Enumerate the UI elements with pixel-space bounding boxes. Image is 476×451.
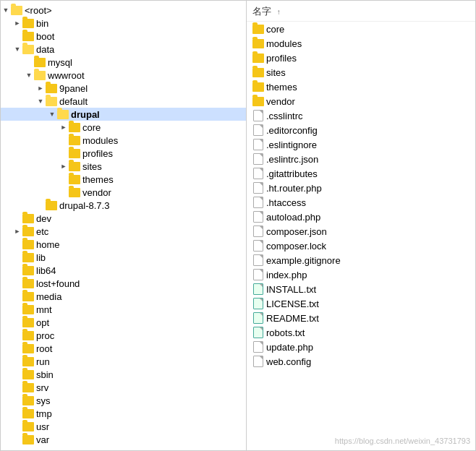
tree-toggle[interactable] bbox=[12, 369, 22, 379]
tree-item-core[interactable]: ►core bbox=[1, 121, 246, 134]
right-list-item[interactable]: sites bbox=[247, 65, 475, 80]
tree-item-data[interactable]: ▼data bbox=[1, 43, 246, 56]
folder-icon bbox=[69, 160, 80, 172]
right-list-item[interactable]: .editorconfig bbox=[247, 123, 475, 137]
tree-item-sys[interactable]: sys bbox=[1, 394, 246, 407]
tree-toggle[interactable] bbox=[12, 317, 22, 327]
tree-item-tmp[interactable]: tmp bbox=[1, 407, 246, 420]
right-list-item[interactable]: modules bbox=[247, 36, 475, 51]
tree-item-lib64[interactable]: lib64 bbox=[1, 264, 246, 277]
tree-toggle[interactable] bbox=[12, 356, 22, 366]
tree-item-proc[interactable]: proc bbox=[1, 329, 246, 342]
tree-item-vendor[interactable]: vendor bbox=[1, 186, 246, 199]
tree-item-var[interactable]: var bbox=[1, 433, 246, 446]
right-list-item[interactable]: web.config bbox=[247, 354, 475, 369]
tree-item-drupal[interactable]: ▼drupal bbox=[1, 108, 246, 121]
tree-item-mnt[interactable]: mnt bbox=[1, 303, 246, 316]
right-list-item[interactable]: composer.json bbox=[247, 224, 475, 239]
right-list-item[interactable]: profiles bbox=[247, 51, 475, 65]
tree-toggle[interactable] bbox=[12, 291, 22, 301]
tree-item-9panel[interactable]: ►9panel bbox=[1, 82, 246, 95]
tree-item-lostfound[interactable]: lost+found bbox=[1, 277, 246, 290]
tree-toggle[interactable] bbox=[59, 187, 69, 197]
tree-item-dev[interactable]: dev bbox=[1, 212, 246, 225]
file-item-label: core bbox=[266, 24, 284, 35]
tree-toggle[interactable] bbox=[12, 408, 22, 418]
right-list-item[interactable]: .htaccess bbox=[247, 195, 475, 210]
right-list-item[interactable]: .eslintignore bbox=[247, 137, 475, 152]
tree-item-lib[interactable]: lib bbox=[1, 251, 246, 264]
tree-toggle[interactable] bbox=[59, 174, 69, 184]
tree-item-mysql[interactable]: mysql bbox=[1, 56, 246, 69]
tree-toggle[interactable] bbox=[12, 434, 22, 444]
tree-item-themes[interactable]: themes bbox=[1, 173, 246, 186]
tree-toggle[interactable] bbox=[12, 265, 22, 275]
tree-item-wwwroot[interactable]: ▼wwwroot bbox=[1, 69, 246, 82]
tree-item-home[interactable]: home bbox=[1, 238, 246, 251]
right-list-item[interactable]: themes bbox=[247, 80, 475, 94]
file-list-header[interactable]: 名字 ↑ bbox=[247, 4, 475, 22]
tree-toggle[interactable]: ▼ bbox=[1, 5, 11, 15]
tree-toggle[interactable] bbox=[12, 252, 22, 262]
tree-toggle[interactable]: ▼ bbox=[35, 96, 46, 106]
tree-toggle[interactable]: ▼ bbox=[12, 44, 22, 54]
tree-item-sites[interactable]: ►sites bbox=[1, 160, 246, 173]
tree-toggle[interactable]: ▼ bbox=[47, 109, 57, 119]
tree-toggle[interactable] bbox=[12, 213, 22, 223]
right-list-item[interactable]: composer.lock bbox=[247, 239, 475, 253]
tree-toggle[interactable] bbox=[59, 148, 69, 158]
tree-toggle[interactable] bbox=[35, 200, 46, 210]
tree-toggle[interactable]: ► bbox=[35, 83, 46, 93]
tree-toggle[interactable] bbox=[12, 421, 22, 431]
tree-item-run[interactable]: run bbox=[1, 355, 246, 368]
tree-item-modules[interactable]: modules bbox=[1, 134, 246, 147]
tree-toggle[interactable] bbox=[12, 31, 22, 41]
right-list-item[interactable]: autoload.php bbox=[247, 210, 475, 224]
tree-toggle[interactable] bbox=[12, 382, 22, 392]
tree-toggle[interactable] bbox=[59, 135, 69, 145]
tree-item-srv[interactable]: srv bbox=[1, 381, 246, 394]
tree-item-boot[interactable]: boot bbox=[1, 30, 246, 43]
tree-toggle[interactable] bbox=[12, 330, 22, 340]
folder-icon bbox=[69, 121, 80, 133]
tree-item-root[interactable]: root bbox=[1, 342, 246, 355]
right-list-item[interactable]: example.gitignore bbox=[247, 253, 475, 267]
right-list-item[interactable]: robots.txt bbox=[247, 325, 475, 340]
tree-toggle[interactable] bbox=[12, 239, 22, 249]
tree-item-usr[interactable]: usr bbox=[1, 420, 246, 433]
right-list-item[interactable]: index.php bbox=[247, 267, 475, 282]
tree-toggle[interactable] bbox=[24, 57, 34, 67]
file-item-label: composer.lock bbox=[266, 241, 326, 252]
tree-item-label: wwwroot bbox=[48, 70, 85, 81]
tree-toggle[interactable]: ► bbox=[59, 122, 69, 132]
tree-item-profiles[interactable]: profiles bbox=[1, 147, 246, 160]
right-list-item[interactable]: README.txt bbox=[247, 311, 475, 325]
right-list-item[interactable]: core bbox=[247, 22, 475, 36]
tree-item-root[interactable]: ▼<root> bbox=[1, 4, 246, 17]
tree-toggle[interactable] bbox=[12, 395, 22, 405]
file-tree-panel[interactable]: ▼<root>►binboot▼datamysql▼wwwroot►9panel… bbox=[1, 1, 247, 450]
right-list-item[interactable]: vendor bbox=[247, 94, 475, 108]
tree-toggle[interactable] bbox=[12, 304, 22, 314]
right-list-item[interactable]: .ht.router.php bbox=[247, 181, 475, 195]
right-list-item[interactable]: .csslintrc bbox=[247, 108, 475, 123]
tree-item-etc[interactable]: ►etc bbox=[1, 225, 246, 238]
tree-item-bin[interactable]: ►bin bbox=[1, 17, 246, 30]
tree-toggle[interactable]: ► bbox=[59, 161, 69, 171]
folder-icon bbox=[69, 147, 80, 159]
right-list-item[interactable]: INSTALL.txt bbox=[247, 282, 475, 296]
tree-toggle[interactable] bbox=[12, 343, 22, 353]
right-list-item[interactable]: LICENSE.txt bbox=[247, 296, 475, 311]
tree-item-drupal872[interactable]: drupal-8.7.3 bbox=[1, 199, 246, 212]
tree-item-default[interactable]: ▼default bbox=[1, 95, 246, 108]
tree-item-sbin[interactable]: sbin bbox=[1, 368, 246, 381]
tree-toggle[interactable] bbox=[12, 278, 22, 288]
tree-toggle[interactable]: ► bbox=[12, 226, 22, 236]
tree-toggle[interactable]: ▼ bbox=[24, 70, 34, 80]
right-list-item[interactable]: .gitattributes bbox=[247, 166, 475, 181]
right-list-item[interactable]: .eslintrc.json bbox=[247, 152, 475, 166]
right-list-item[interactable]: update.php bbox=[247, 340, 475, 354]
tree-item-media[interactable]: media bbox=[1, 290, 246, 303]
tree-item-opt[interactable]: opt bbox=[1, 316, 246, 329]
tree-toggle[interactable]: ► bbox=[12, 18, 22, 28]
